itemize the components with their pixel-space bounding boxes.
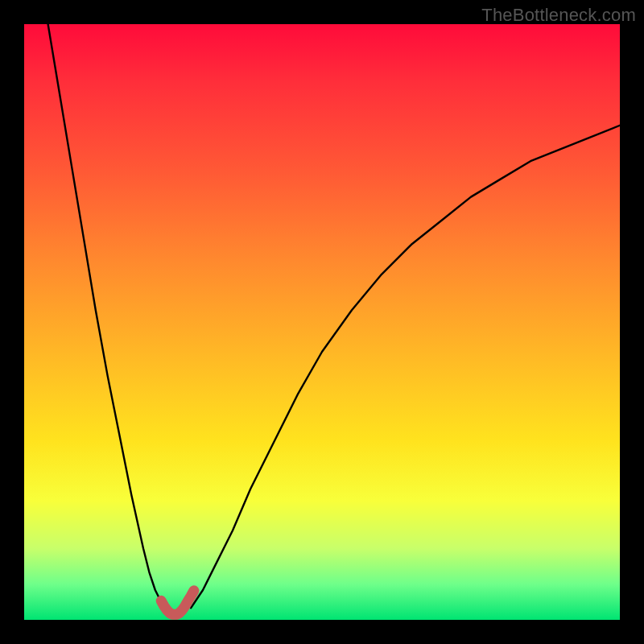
- watermark-text: TheBottleneck.com: [481, 5, 636, 26]
- plot-area: [24, 24, 620, 620]
- gradient-background: [24, 24, 620, 620]
- chart-frame: TheBottleneck.com: [0, 0, 644, 644]
